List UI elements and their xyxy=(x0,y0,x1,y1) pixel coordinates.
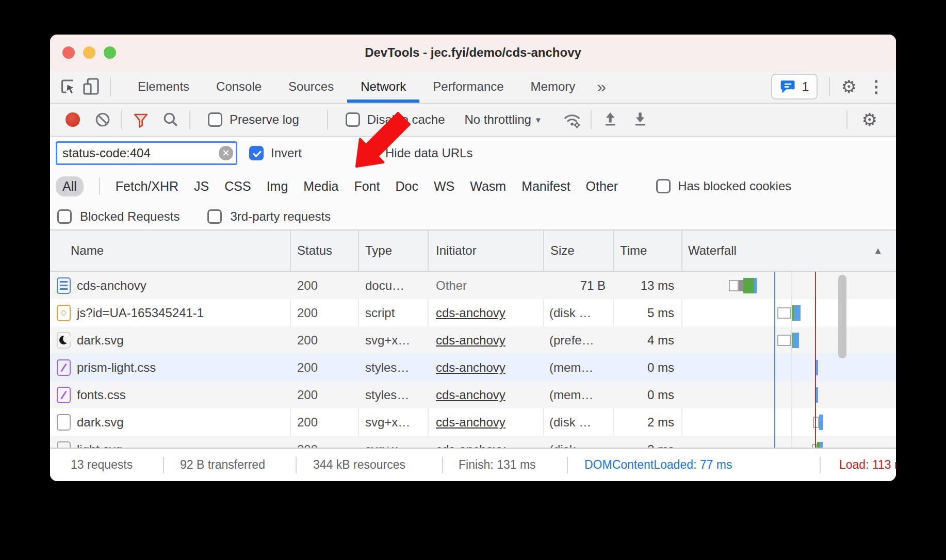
preserve-log-checkbox[interactable] xyxy=(208,112,222,127)
search-button[interactable] xyxy=(159,107,182,132)
tab-performance[interactable]: Performance xyxy=(419,71,517,103)
record-network-log-button[interactable] xyxy=(66,112,80,127)
request-row-dark-svg[interactable]: dark.svg200svg+x…cds-anchovy(disk …2 ms xyxy=(50,408,896,436)
toolbar-separator xyxy=(121,110,122,129)
invert-checkbox[interactable] xyxy=(249,146,264,160)
request-filter-row: Blocked Requests 3rd-party requests xyxy=(57,202,331,230)
request-name: dark.svg xyxy=(77,408,124,436)
tab-elements[interactable]: Elements xyxy=(124,71,203,103)
column-header-waterfall[interactable]: Waterfall xyxy=(688,230,737,271)
request-time: 0 ms xyxy=(647,381,674,408)
filter-chip-media[interactable]: Media xyxy=(303,179,338,194)
filter-chip-fetch-xhr[interactable]: Fetch/XHR xyxy=(116,179,178,194)
preserve-log-label: Preserve log xyxy=(230,112,299,127)
third-party-requests-checkbox[interactable] xyxy=(207,209,222,224)
filter-input[interactable] xyxy=(56,141,237,165)
request-type: styles… xyxy=(365,354,409,381)
throttling-select[interactable]: No throttling ▼ xyxy=(464,112,542,127)
request-status: 200 xyxy=(297,354,318,381)
tab-sources[interactable]: Sources xyxy=(275,71,347,103)
request-row-prism-light-css[interactable]: prism-light.css200styles…cds-anchovy(mem… xyxy=(50,354,896,381)
waterfall-segment-queue xyxy=(813,417,819,428)
filter-chip-font[interactable]: Font xyxy=(354,179,380,194)
document-icon xyxy=(57,277,71,294)
request-initiator-link[interactable]: cds-anchovy xyxy=(436,408,505,436)
statusbar-separator xyxy=(163,457,164,473)
request-initiator-link[interactable]: cds-anchovy xyxy=(436,354,505,381)
column-divider[interactable] xyxy=(428,230,429,271)
export-har-button[interactable] xyxy=(629,107,651,132)
request-row-dark-svg[interactable]: dark.svg200svg+x…cds-anchovy(prefe…4 ms xyxy=(50,326,896,354)
statusbar-92-b-transferred: 92 B transferred xyxy=(180,449,265,481)
titlebar: DevTools - jec.fyi/demo/cds-anchovy xyxy=(50,35,896,71)
filter-chip-doc[interactable]: Doc xyxy=(395,179,418,194)
sort-ascending-icon[interactable]: ▲ xyxy=(873,230,883,271)
column-header-time[interactable]: Time xyxy=(620,230,647,271)
blocked-requests-label: Blocked Requests xyxy=(80,209,180,224)
funnel-icon xyxy=(131,109,151,130)
request-row-js-id-ua-165345241-1[interactable]: js?id=UA-165345241-1200scriptcds-anchovy… xyxy=(50,299,896,326)
blocked-requests-checkbox[interactable] xyxy=(57,209,72,224)
request-row-cds-anchovy[interactable]: cds-anchovy200docu…Other71 B13 ms xyxy=(50,272,896,299)
network-conditions-button[interactable] xyxy=(561,107,583,132)
column-divider[interactable] xyxy=(681,230,682,271)
column-header-size[interactable]: Size xyxy=(550,230,575,271)
column-divider[interactable] xyxy=(358,230,359,271)
throttling-value: No throttling xyxy=(464,112,531,127)
window-title: DevTools - jec.fyi/demo/cds-anchovy xyxy=(50,35,896,71)
filter-toggle-button[interactable] xyxy=(129,107,152,132)
column-header-initiator[interactable]: Initiator xyxy=(436,230,477,271)
network-settings-gear-icon[interactable]: ⚙ xyxy=(862,111,877,128)
main-tabbar: ElementsConsoleSourcesNetworkPerformance… xyxy=(50,71,896,104)
column-divider[interactable] xyxy=(543,230,544,271)
tab-network[interactable]: Network xyxy=(347,71,419,103)
waterfall-segment-blue xyxy=(754,278,757,293)
request-row-fonts-css[interactable]: fonts.css200styles…cds-anchovy(mem…0 ms xyxy=(50,381,896,408)
menu-kebab-icon[interactable]: ⋮ xyxy=(868,78,885,95)
filter-chip-wasm[interactable]: Wasm xyxy=(470,179,506,194)
chevron-down-icon: ▼ xyxy=(534,116,542,124)
column-divider[interactable] xyxy=(290,230,291,271)
statusbar-344-kb-resources: 344 kB resources xyxy=(313,449,405,481)
request-type: svg+x… xyxy=(365,326,410,354)
request-initiator-link[interactable]: cds-anchovy xyxy=(436,326,505,354)
request-initiator-link[interactable]: cds-anchovy xyxy=(436,299,505,326)
request-time: 2 ms xyxy=(647,408,674,436)
request-size: (mem… xyxy=(549,381,593,408)
has-blocked-cookies-checkbox[interactable] xyxy=(656,179,671,193)
toggle-device-toolbar-button[interactable] xyxy=(80,74,103,99)
request-time: 4 ms xyxy=(647,326,674,354)
filter-chip-js[interactable]: JS xyxy=(194,179,209,194)
filter-chip-ws[interactable]: WS xyxy=(434,179,454,194)
import-har-button[interactable] xyxy=(599,107,622,132)
filter-chip-all[interactable]: All xyxy=(56,176,84,196)
filter-chip-css[interactable]: CSS xyxy=(224,179,251,194)
request-table-body: cds-anchovy200docu…Other71 B13 msjs?id=U… xyxy=(50,272,896,448)
column-header-status[interactable]: Status xyxy=(297,230,332,271)
clear-icon xyxy=(92,109,113,130)
request-initiator-link[interactable]: cds-anchovy xyxy=(436,436,505,448)
tab-console[interactable]: Console xyxy=(203,71,275,103)
inspect-element-button[interactable] xyxy=(57,74,80,99)
filter-chip-img[interactable]: Img xyxy=(267,179,288,194)
clear-network-log-button[interactable] xyxy=(91,107,114,132)
filter-chip-manifest[interactable]: Manifest xyxy=(521,179,570,194)
more-tabs-button[interactable]: » xyxy=(589,78,614,95)
tabbar-right-cluster: 1 ⚙ ⋮ xyxy=(771,74,896,100)
toolbar-separator xyxy=(846,110,847,129)
vertical-scrollbar[interactable] xyxy=(838,275,846,358)
status-bar: 13 requests92 B transferred344 kB resour… xyxy=(50,448,896,481)
statusbar-separator xyxy=(567,457,568,473)
request-initiator-link[interactable]: cds-anchovy xyxy=(436,381,505,408)
request-row-light-svg[interactable]: light.svg200svg+x…cds-anchovy(disk …2 ms xyxy=(50,436,896,448)
issues-badge-button[interactable]: 1 xyxy=(771,74,818,100)
settings-gear-icon[interactable]: ⚙ xyxy=(841,78,857,95)
clear-filter-icon[interactable]: ✕ xyxy=(219,146,233,160)
filter-chip-other[interactable]: Other xyxy=(586,179,618,194)
request-size: (prefe… xyxy=(549,326,594,354)
column-header-type[interactable]: Type xyxy=(365,230,392,271)
tab-memory[interactable]: Memory xyxy=(517,71,589,103)
column-divider[interactable] xyxy=(613,230,614,271)
request-size: (mem… xyxy=(549,354,593,381)
column-header-name[interactable]: Name xyxy=(71,230,104,271)
